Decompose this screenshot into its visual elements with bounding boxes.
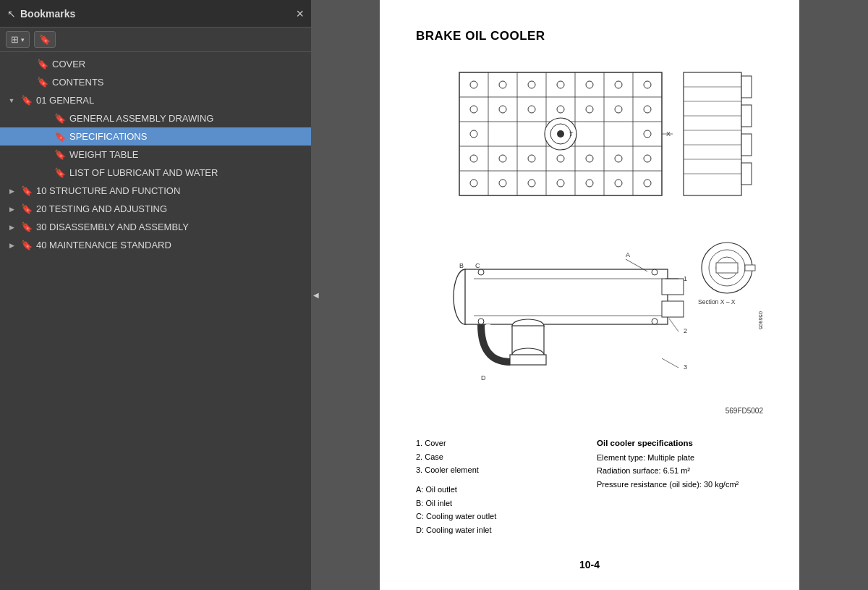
bookmark-button[interactable]: 🔖 xyxy=(34,31,56,48)
spec-line-3: Pressure resistance (oil side): 30 kg/cm… xyxy=(597,478,763,492)
caption-item-b: B: Oil inlet xyxy=(416,497,582,510)
sidebar-item-label-contents: CONTENTS xyxy=(52,77,104,88)
sidebar-item-specifications[interactable]: 🔖 SPECIFICATIONS xyxy=(0,127,311,146)
svg-rect-60 xyxy=(465,269,668,324)
bookmark-icon-40-maintenance: 🔖 xyxy=(21,240,33,250)
svg-text:3: 3 xyxy=(684,363,687,371)
sidebar-collapse-tab[interactable]: ◀ xyxy=(311,281,321,310)
svg-text:C: C xyxy=(475,262,480,269)
sidebar-item-20-testing[interactable]: 🔖 20 TESTING AND ADJUSTING xyxy=(0,200,311,218)
close-button[interactable]: × xyxy=(296,7,304,20)
bookmark-icon-cover: 🔖 xyxy=(37,59,48,69)
bookmark-icon-specifications: 🔖 xyxy=(54,131,66,142)
sidebar-item-10-structure[interactable]: 🔖 10 STRUCTURE AND FUNCTION xyxy=(0,182,311,200)
expander-cover xyxy=(22,60,33,68)
svg-text:A: A xyxy=(626,251,630,258)
sidebar-item-label-40-maintenance: 40 MAINTENANCE STANDARD xyxy=(36,240,171,250)
sidebar-title: Bookmarks xyxy=(20,8,75,20)
spec-line-2: Radiation surface: 6.51 m² xyxy=(597,464,763,478)
bookmark-icon-01-general: 🔖 xyxy=(21,95,33,106)
expander-weight-table xyxy=(39,151,51,159)
bookmark-icon-general-assembly: 🔖 xyxy=(54,113,66,124)
svg-point-65 xyxy=(652,269,658,275)
view-options-button[interactable]: ⊞ ▾ xyxy=(6,31,30,48)
svg-point-36 xyxy=(615,155,622,162)
svg-point-26 xyxy=(644,130,651,138)
svg-text:Section X – X: Section X – X xyxy=(698,298,736,305)
svg-point-44 xyxy=(644,180,651,187)
svg-text:2: 2 xyxy=(684,327,687,334)
svg-text:T: T xyxy=(569,130,574,138)
svg-rect-56 xyxy=(741,105,752,127)
svg-rect-55 xyxy=(741,76,752,98)
svg-rect-47 xyxy=(684,72,741,195)
sidebar-header: ↖ Bookmarks × xyxy=(0,0,311,28)
svg-point-38 xyxy=(470,180,477,187)
sidebar-item-weight-table[interactable]: 🔖 WEIGHT TABLE xyxy=(0,146,311,164)
svg-point-39 xyxy=(499,180,506,187)
svg-text:B: B xyxy=(459,262,464,269)
svg-line-80 xyxy=(669,319,678,332)
sidebar-item-01-general[interactable]: 🔖 01 GENERAL xyxy=(0,91,311,109)
expander-general-assembly xyxy=(39,114,51,122)
svg-rect-70 xyxy=(510,355,546,365)
expander-40-maintenance xyxy=(6,242,17,249)
sidebar-title-row: ↖ Bookmarks xyxy=(7,8,75,20)
expander-10-structure xyxy=(6,187,17,195)
collapse-arrow-icon: ◀ xyxy=(313,291,319,299)
bookmark-icon-20-testing: 🔖 xyxy=(21,203,33,214)
svg-rect-58 xyxy=(741,163,752,185)
svg-point-16 xyxy=(615,81,622,88)
svg-rect-87 xyxy=(716,263,738,273)
svg-point-24 xyxy=(644,106,651,113)
caption-item-d: D: Cooling water inlet xyxy=(416,523,582,537)
dropdown-arrow-icon: ▾ xyxy=(21,36,25,43)
bookmark-icon-30-disassembly: 🔖 xyxy=(21,222,33,232)
sidebar-toolbar: ⊞ ▾ 🔖 xyxy=(0,28,311,52)
expander-contents xyxy=(22,78,33,86)
svg-point-19 xyxy=(499,106,506,113)
svg-point-20 xyxy=(528,106,535,113)
bookmark-icon-contents: 🔖 xyxy=(37,77,48,88)
bookmark-icon-lubricant: 🔖 xyxy=(54,167,66,178)
caption-item-3: 3. Cooler element xyxy=(416,463,582,477)
cursor-icon: ↖ xyxy=(7,8,16,20)
sidebar-item-label-weight-table: WEIGHT TABLE xyxy=(69,149,138,160)
svg-point-22 xyxy=(586,106,593,113)
svg-point-66 xyxy=(652,319,658,324)
sidebar-item-lubricant[interactable]: 🔖 LIST OF LUBRICANT AND WATER xyxy=(0,164,311,182)
svg-text:D: D xyxy=(481,374,486,382)
figure-id: 569FD5002 xyxy=(416,407,763,415)
svg-text:056905: 056905 xyxy=(757,311,763,329)
svg-point-17 xyxy=(644,81,651,88)
sidebar-item-label-general-assembly: GENERAL ASSEMBLY DRAWING xyxy=(69,113,213,124)
sidebar-item-40-maintenance[interactable]: 🔖 40 MAINTENANCE STANDARD xyxy=(0,236,311,254)
diagram-area: T X xyxy=(416,58,763,415)
sidebar-item-contents[interactable]: 🔖 CONTENTS xyxy=(0,73,311,91)
sidebar-item-label-01-general: 01 GENERAL xyxy=(36,95,94,106)
svg-point-34 xyxy=(557,155,564,162)
expander-01-general xyxy=(6,97,17,104)
svg-point-37 xyxy=(644,155,651,162)
sidebar-item-label-lubricant: LIST OF LUBRICANT AND WATER xyxy=(69,167,218,178)
sidebar-item-general-assembly[interactable]: 🔖 GENERAL ASSEMBLY DRAWING xyxy=(0,109,311,127)
caption-item-a: A: Oil outlet xyxy=(416,483,582,497)
sidebar-item-cover[interactable]: 🔖 COVER xyxy=(0,55,311,73)
svg-point-11 xyxy=(470,81,477,88)
sidebar: ↖ Bookmarks × ⊞ ▾ 🔖 🔖 COVER 🔖 CONTENTS xyxy=(0,0,311,590)
svg-point-14 xyxy=(557,81,564,88)
svg-point-23 xyxy=(615,106,622,113)
sidebar-item-30-disassembly[interactable]: 🔖 30 DISASSEMBLY AND ASSEMBLY xyxy=(0,218,311,236)
svg-point-42 xyxy=(586,180,593,187)
svg-point-25 xyxy=(470,130,477,138)
svg-text:1: 1 xyxy=(684,275,687,282)
svg-point-32 xyxy=(499,155,506,162)
sidebar-item-label-specifications: SPECIFICATIONS xyxy=(69,131,147,142)
technical-drawing: T X xyxy=(416,58,763,405)
page-view: BRAKE OIL COOLER xyxy=(380,0,799,590)
sidebar-item-label-cover: COVER xyxy=(52,59,85,69)
svg-point-29 xyxy=(557,130,564,138)
caption-left: 1. Cover 2. Case 3. Cooler element A: Oi… xyxy=(416,437,582,537)
page-number: 10-4 xyxy=(416,559,763,570)
svg-point-41 xyxy=(557,180,564,187)
